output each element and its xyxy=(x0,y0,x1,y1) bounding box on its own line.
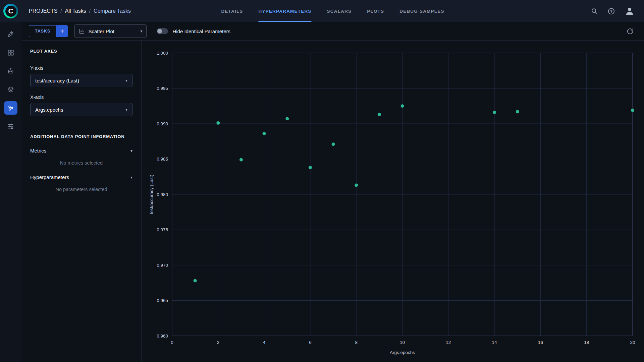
svg-text:0.980: 0.980 xyxy=(157,192,168,197)
top-bar: C PROJECTS / All Tasks / Compare Tasks D… xyxy=(0,0,644,22)
svg-text:8: 8 xyxy=(355,340,358,345)
additional-info-title: ADDITIONAL DATA POINT INFORMATION xyxy=(30,134,132,139)
svg-text:Args.epochs: Args.epochs xyxy=(390,350,415,355)
add-task-button[interactable]: + xyxy=(56,25,68,37)
svg-text:0.985: 0.985 xyxy=(157,157,168,162)
metrics-collapsible[interactable]: Metrics ▾ xyxy=(30,148,132,154)
breadcrumb-compare-tasks[interactable]: Compare Tasks xyxy=(94,8,131,14)
divider xyxy=(30,126,132,126)
hide-identical-toggle[interactable] xyxy=(157,28,168,34)
y-axis-select[interactable]: test/accuracy (Last) ▾ xyxy=(30,74,132,87)
tab-hyperparameters[interactable]: HYPERPARAMETERS xyxy=(259,0,312,22)
workers-queues-icon xyxy=(7,123,14,130)
hyperparameters-empty-state: No parameters selected xyxy=(30,187,132,192)
left-rail xyxy=(0,22,21,362)
refresh-icon[interactable] xyxy=(626,27,634,35)
compare-toolbar: TASKS + Scatter Plot ▾ Hide Identical Pa… xyxy=(21,22,644,41)
metrics-empty-state: No metrics selected xyxy=(30,160,132,166)
sidebar-item-workers-queues[interactable] xyxy=(4,120,17,133)
svg-text:test/accuracy (Last): test/accuracy (Last) xyxy=(149,175,154,214)
search-icon[interactable] xyxy=(591,7,598,15)
tab-plots[interactable]: PLOTS xyxy=(367,0,384,22)
breadcrumb-separator: / xyxy=(60,8,62,14)
plot-type-select[interactable]: Scatter Plot ▾ xyxy=(74,24,147,38)
svg-text:1.000: 1.000 xyxy=(157,51,168,56)
x-axis-label: X-axis xyxy=(30,95,132,100)
caret-down-icon: ▾ xyxy=(125,78,127,83)
svg-text:18: 18 xyxy=(584,340,589,345)
pipelines-icon xyxy=(7,86,14,93)
tab-bar: DETAILS HYPERPARAMETERS SCALARS PLOTS DE… xyxy=(221,0,444,22)
scatter-plot[interactable]: 024681012141618201.0000.9950.9900.9850.9… xyxy=(142,41,644,362)
clearml-logo[interactable]: C xyxy=(3,4,18,18)
models-icon xyxy=(7,67,14,75)
datasets-icon xyxy=(7,49,14,56)
tasks-split-button: TASKS + xyxy=(29,25,68,37)
sidebar-item-pipelines[interactable] xyxy=(4,83,17,96)
plot-axes-title: PLOT AXES xyxy=(30,49,132,54)
y-axis-value: test/accuracy (Last) xyxy=(35,78,79,83)
topbar-actions: ? xyxy=(591,6,644,16)
svg-text:6: 6 xyxy=(309,340,312,345)
scatter-plot-icon xyxy=(79,28,85,34)
svg-text:0.960: 0.960 xyxy=(157,334,168,339)
hyperparameters-collapsible[interactable]: Hyperparameters ▾ xyxy=(30,174,132,180)
tasks-button[interactable]: TASKS xyxy=(29,25,56,37)
svg-text:10: 10 xyxy=(400,340,405,345)
svg-text:20: 20 xyxy=(630,340,635,345)
rocket-icon xyxy=(7,31,14,38)
svg-text:4: 4 xyxy=(263,340,266,345)
y-axis-label: Y-axis xyxy=(30,65,132,71)
svg-text:0.995: 0.995 xyxy=(157,86,168,91)
caret-down-icon: ▾ xyxy=(140,29,142,34)
svg-text:0.975: 0.975 xyxy=(157,227,168,232)
breadcrumb-all-tasks[interactable]: All Tasks xyxy=(65,8,86,14)
svg-text:16: 16 xyxy=(538,340,543,345)
svg-text:0.990: 0.990 xyxy=(157,121,168,126)
sidebar-item-dashboard[interactable] xyxy=(4,27,17,41)
svg-text:2: 2 xyxy=(217,340,220,345)
breadcrumb: PROJECTS / All Tasks / Compare Tasks xyxy=(29,8,131,14)
sidebar-item-models[interactable] xyxy=(4,64,17,78)
chart-area: 024681012141618201.0000.9950.9900.9850.9… xyxy=(142,41,644,362)
svg-text:12: 12 xyxy=(446,340,451,345)
x-axis-value: Args.epochs xyxy=(35,107,63,113)
tab-scalars[interactable]: SCALARS xyxy=(327,0,352,22)
svg-text:0.970: 0.970 xyxy=(157,263,168,268)
logo-wrap: C xyxy=(0,4,21,18)
hide-identical-label: Hide Identical Parameters xyxy=(172,28,230,34)
svg-text:?: ? xyxy=(610,9,612,13)
divider xyxy=(30,58,132,58)
svg-text:14: 14 xyxy=(492,340,497,345)
svg-text:0: 0 xyxy=(171,340,173,345)
breadcrumb-projects[interactable]: PROJECTS xyxy=(29,8,57,14)
experiments-icon xyxy=(7,104,14,112)
user-avatar[interactable] xyxy=(625,6,635,16)
tab-debug-samples[interactable]: DEBUG SAMPLES xyxy=(399,0,444,22)
hyperparameters-label: Hyperparameters xyxy=(30,174,69,180)
tab-details[interactable]: DETAILS xyxy=(221,0,243,22)
breadcrumb-separator: / xyxy=(89,8,91,14)
plot-type-value: Scatter Plot xyxy=(88,28,114,34)
sidebar-item-datasets[interactable] xyxy=(4,46,17,59)
caret-down-icon: ▾ xyxy=(130,175,132,180)
help-icon[interactable]: ? xyxy=(607,7,615,15)
caret-down-icon: ▾ xyxy=(130,148,132,153)
x-axis-select[interactable]: Args.epochs ▾ xyxy=(30,103,132,116)
svg-text:0.965: 0.965 xyxy=(157,298,168,303)
plot-settings-panel: PLOT AXES Y-axis test/accuracy (Last) ▾ … xyxy=(21,41,142,362)
sidebar-item-experiments[interactable] xyxy=(4,101,17,115)
toggle-knob xyxy=(157,29,162,34)
clearml-logo-letter: C xyxy=(5,6,16,17)
metrics-label: Metrics xyxy=(30,148,46,154)
caret-down-icon: ▾ xyxy=(125,107,127,112)
